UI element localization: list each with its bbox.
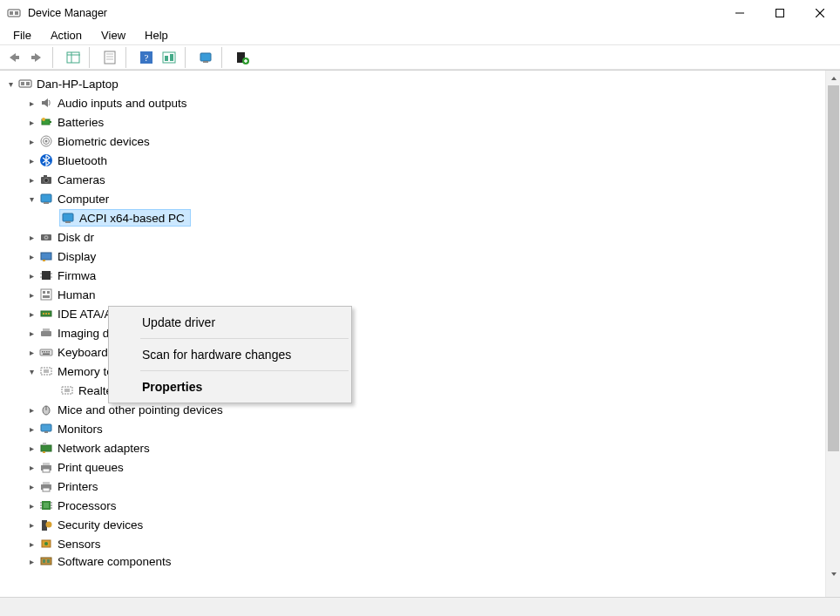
tree-category-monitors[interactable]: ▸ Monitors [3,419,825,438]
show-hide-console-button[interactable] [63,47,84,68]
context-menu-update-driver[interactable]: Update driver [111,308,349,336]
tree-category-security[interactable]: ▸ Security devices [3,515,825,534]
memory-icon [59,382,75,398]
tree-category-printers[interactable]: ▸ Printers [3,477,825,496]
svg-rect-1 [10,11,13,15]
svg-rect-48 [43,260,45,261]
svg-rect-88 [44,503,49,508]
chevron-right-icon[interactable]: ▸ [24,96,38,110]
tree-label: Keyboards [58,346,114,359]
add-hardware-button[interactable] [232,47,253,68]
menu-file[interactable]: File [5,27,39,44]
vertical-scrollbar[interactable] [825,71,840,597]
tree-category-sensors[interactable]: ▸ Sensors [3,534,825,553]
chevron-right-icon[interactable]: ▸ [24,345,38,359]
help-button[interactable]: ? [136,47,157,68]
svg-rect-8 [31,56,36,59]
svg-point-35 [45,140,48,143]
chevron-right-icon[interactable]: ▸ [24,288,38,301]
svg-rect-73 [64,389,70,392]
tree-category-bluetooth[interactable]: ▸ Bluetooth [3,151,825,170]
chevron-right-icon[interactable]: ▸ [24,403,38,416]
tree-label: Software components [58,555,172,568]
tree-category-disk-drives[interactable]: ▸ Disk dr [3,227,825,247]
scan-hardware-button[interactable] [195,47,216,68]
tree-category-biometric[interactable]: ▸ Biometric devices [3,132,825,151]
chevron-right-icon[interactable]: ▸ [24,134,38,148]
tree-label: Bluetooth [58,154,107,167]
memory-icon [38,363,54,379]
chevron-right-icon[interactable]: ▸ [24,153,38,167]
properties-button[interactable] [99,47,120,68]
context-menu-scan-hardware[interactable]: Scan for hardware changes [111,341,349,369]
menu-view[interactable]: View [93,27,133,44]
svg-rect-79 [43,443,46,445]
tree-category-firmware[interactable]: ▸ Firmwa [3,266,825,285]
chevron-right-icon[interactable]: ▸ [24,326,38,340]
camera-icon [38,172,54,187]
svg-rect-61 [48,313,50,315]
svg-rect-71 [44,369,49,373]
tree-device-acpi-pc[interactable]: ACPI x64-based PC [3,208,825,227]
chevron-right-icon[interactable]: ▸ [24,554,38,568]
chevron-down-icon[interactable]: ▾ [24,364,38,378]
menu-action[interactable]: Action [43,27,90,44]
svg-rect-20 [170,54,173,61]
tree-category-computer[interactable]: ▾ Computer [3,189,825,208]
menu-help[interactable]: Help [137,27,176,44]
disk-icon [38,229,54,245]
svg-rect-4 [776,10,784,17]
svg-rect-31 [50,121,51,123]
chevron-down-icon[interactable]: ▾ [24,192,38,206]
tree-label: Disk dr [58,231,94,244]
svg-point-96 [46,522,52,528]
tree-label: Sensors [58,538,101,551]
monitor-icon [60,210,76,226]
chevron-right-icon[interactable]: ▸ [24,441,38,455]
monitor-icon [38,421,54,437]
close-button[interactable] [800,0,840,26]
tree-category-software-components[interactable]: ▸ Software components [3,553,825,569]
minimize-button[interactable] [720,0,760,26]
tree-category-audio[interactable]: ▸ Audio inputs and outputs [3,93,825,112]
chevron-right-icon[interactable]: ▸ [24,537,38,551]
svg-rect-41 [44,202,49,204]
svg-point-38 [44,179,49,183]
chevron-right-icon[interactable]: ▸ [24,479,38,493]
scroll-thumb[interactable] [828,85,839,451]
chevron-right-icon[interactable]: ▸ [24,460,38,474]
speaker-icon [38,95,54,111]
context-menu-properties[interactable]: Properties [111,373,349,401]
chevron-right-icon[interactable]: ▸ [24,498,38,512]
scroll-down-arrow-icon[interactable] [826,566,840,581]
printer-icon [38,459,54,475]
maximize-button[interactable] [760,0,800,26]
tree-category-network[interactable]: ▸ Network adapters [3,438,825,457]
chevron-right-icon[interactable]: ▸ [24,518,38,531]
chevron-right-icon[interactable]: ▸ [24,307,38,321]
svg-rect-78 [41,445,51,451]
tree-category-cameras[interactable]: ▸ Cameras [3,170,825,189]
tree-category-batteries[interactable]: ▸ Batteries [3,112,825,132]
svg-rect-82 [43,463,50,465]
tree-label: Display [58,250,96,263]
tree-category-processors[interactable]: ▸ Processors [3,496,825,515]
back-button[interactable] [3,47,24,68]
chevron-down-icon[interactable]: ▾ [3,77,17,91]
svg-rect-43 [65,221,71,223]
chevron-right-icon[interactable]: ▸ [24,115,38,129]
action-button[interactable] [159,47,180,68]
chevron-right-icon[interactable]: ▸ [24,422,38,436]
context-menu-separator [140,370,349,371]
tree-category-print-queues[interactable]: ▸ Print queues [3,457,825,477]
chevron-right-icon[interactable]: ▸ [24,268,38,282]
chevron-right-icon[interactable]: ▸ [24,249,38,263]
tree-category-display[interactable]: ▸ Display [3,247,825,266]
forward-button[interactable] [26,47,47,68]
chevron-right-icon[interactable]: ▸ [24,173,38,186]
scroll-up-arrow-icon[interactable] [826,71,840,85]
chevron-right-icon[interactable]: ▸ [24,230,38,244]
tree-root[interactable]: ▾ Dan-HP-Laptop [3,74,825,93]
tree-category-hid[interactable]: ▸ Human [3,285,825,304]
display-adapter-icon [38,248,54,264]
